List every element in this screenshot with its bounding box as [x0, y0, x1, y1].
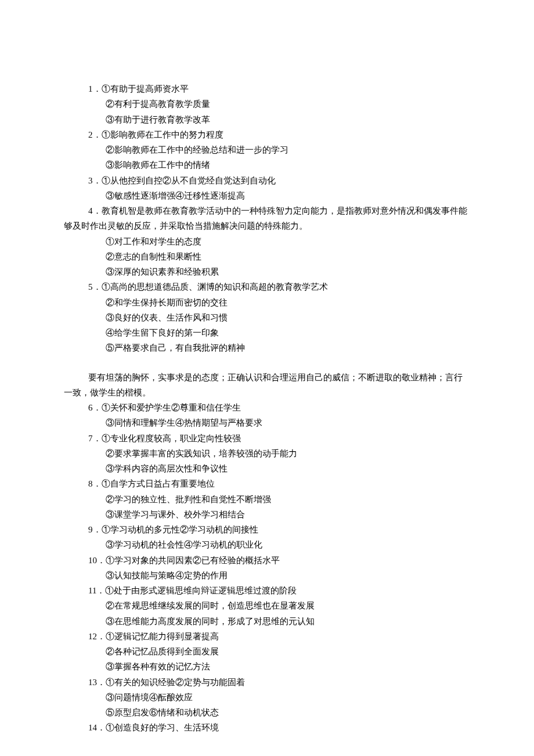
text-line: ③影响教师在工作中的情绪: [64, 157, 470, 172]
text-line: ③学习动机的社会性④学习动机的职业化: [64, 537, 470, 552]
text-line: 1．①有助于提高师资水平: [64, 81, 470, 96]
text-line: ②意志的自制性和果断性: [64, 249, 470, 264]
text-line: ②各种记忆品质得到全面发展: [64, 644, 470, 659]
text-line: ③良好的仪表、生活作风和习惯: [64, 310, 470, 325]
text-line: ③敏感性逐渐增强④迁移性逐渐提高: [64, 188, 470, 203]
text-line: ③在思维能力高度发展的同时，形成了对思维的元认知: [64, 614, 470, 629]
text-line: ③问题情境④酝酿效应: [64, 690, 470, 705]
text-line: 7．①专业化程度较高，职业定向性较强: [64, 431, 470, 446]
text-line: 3．①从他控到自控②从不自觉经自觉达到自动化: [64, 173, 470, 188]
text-line: 一致，做学生的楷模。: [64, 385, 470, 400]
text-line: ③有助于进行教育教学改革: [64, 112, 470, 127]
text-line: ⑤原型启发⑥情绪和动机状态: [64, 705, 470, 720]
text-line: ②要求掌握丰富的实践知识，培养较强的动手能力: [64, 446, 470, 461]
text-line: ①对工作和对学生的态度: [64, 234, 470, 249]
document-page: 1．①有助于提高师资水平②有利于提高教育教学质量③有助于进行教育教学改革2．①影…: [0, 0, 534, 756]
text-line: 12．①逻辑记忆能力得到显著提高: [64, 629, 470, 644]
text-line: ②和学生保持长期而密切的交往: [64, 295, 470, 310]
text-line: 要有坦荡的胸怀，实事求是的态度；正确认识和合理运用自己的威信；不断进取的敬业精神…: [64, 370, 470, 385]
text-line: ⑤严格要求自己，有自我批评的精神: [64, 340, 470, 355]
text-line: 2．①影响教师在工作中的努力程度: [64, 127, 470, 142]
text-line: ③学科内容的高层次性和争议性: [64, 461, 470, 476]
text-line: ②影响教师在工作中的经验总结和进一步的学习: [64, 142, 470, 157]
text-line: 够及时作出灵敏的反应，并采取恰当措施解决问题的特殊能力。: [64, 218, 470, 233]
text-line: ②有利于提高教育教学质量: [64, 96, 470, 111]
text-line: 13．①有关的知识经验②定势与功能固着: [64, 675, 470, 690]
text-line: 4．教育机智是教师在教育教学活动中的一种特殊智力定向能力，是指教师对意外情况和偶…: [64, 203, 470, 218]
text-line: 11．①处于由形式逻辑思维向辩证逻辑思维过渡的阶段: [64, 583, 470, 598]
text-line: 8．①自学方式日益占有重要地位: [64, 476, 470, 491]
text-line: ③掌握各种有效的记忆方法: [64, 659, 470, 674]
text-line: ③课堂学习与课外、校外学习相结合: [64, 507, 470, 522]
text-line: ③同情和理解学生④热情期望与严格要求: [64, 415, 470, 430]
text-line: 10．①学习对象的共同因素②已有经验的概括水平: [64, 553, 470, 568]
text-line: 14．①创造良好的学习、生活环境: [64, 720, 470, 735]
text-line: ④给学生留下良好的第一印象: [64, 325, 470, 340]
text-line: 6．①关怀和爱护学生②尊重和信任学生: [64, 400, 470, 415]
text-line: 9．①学习动机的多元性②学习动机的间接性: [64, 522, 470, 537]
blank-line: [64, 356, 470, 370]
text-line: 5．①高尚的思想道德品质、渊博的知识和高超的教育教学艺术: [64, 279, 470, 294]
text-line: ③深厚的知识素养和经验积累: [64, 264, 470, 279]
text-line: ②在常规思维继续发展的同时，创造思维也在显著发展: [64, 598, 470, 613]
text-line: ③认知技能与策略④定势的作用: [64, 568, 470, 583]
text-line: ②学习的独立性、批判性和自觉性不断增强: [64, 492, 470, 507]
